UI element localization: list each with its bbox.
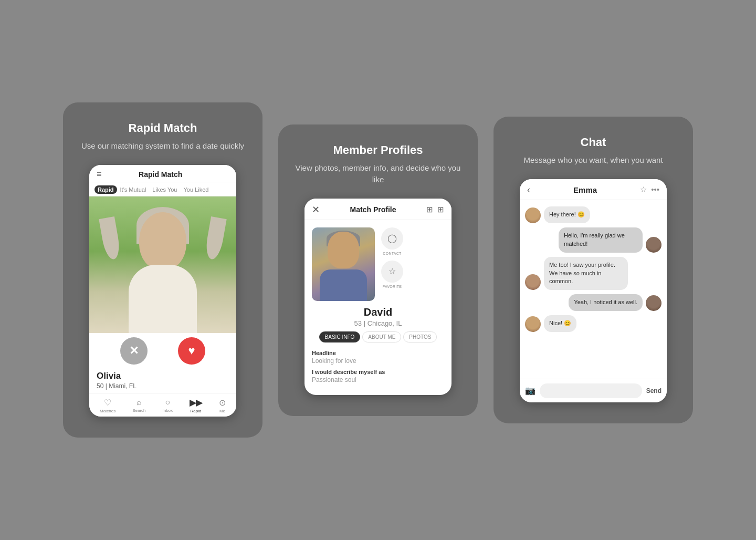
david-avatar-2	[646, 295, 662, 311]
contact-label: CONTACT	[383, 252, 401, 255]
card2-description: View photos, member info, and decide who…	[293, 162, 463, 186]
profile-icon2[interactable]: ⊞	[437, 205, 444, 214]
favorite-action[interactable]: ☆ FAVORITE	[381, 261, 403, 288]
chat-card: Chat Message who you want, when you want…	[494, 117, 693, 423]
nav-search[interactable]: ⌕ Search	[132, 398, 145, 413]
matches-icon: ♡	[104, 398, 111, 408]
woman-body	[129, 265, 197, 333]
profile-icon1[interactable]: ⊞	[426, 205, 433, 214]
match-photo-area	[89, 196, 236, 333]
nav-inbox[interactable]: ○ Inbox	[162, 398, 173, 413]
emma-avatar-2	[525, 274, 541, 290]
phone2-mockup: ✕ Match Profile ⊞ ⊞	[304, 199, 452, 395]
favorite-label: FAVORITE	[383, 285, 402, 288]
tab-mutual[interactable]: It's Mutual	[117, 185, 150, 194]
message-5: Nice! 😊	[525, 315, 662, 332]
menu-icon: ≡	[97, 170, 101, 179]
phone1-title: Rapid Match	[139, 170, 182, 179]
nav-me[interactable]: ⊙ Me	[219, 398, 226, 413]
member-profiles-card: Member Profiles View photos, member info…	[278, 124, 478, 416]
describe-value: Passionate soul	[312, 376, 444, 383]
emma-avatar-1	[525, 207, 541, 223]
more-icon[interactable]: •••	[651, 185, 659, 194]
david-avatar-1	[646, 237, 662, 253]
card3-description: Message who you want, when you want	[523, 154, 663, 167]
david-face	[328, 232, 359, 268]
emma-avatar-img-3	[525, 316, 541, 332]
woman-face	[139, 212, 186, 270]
page-container: Rapid Match Use our matching system to f…	[0, 0, 756, 540]
tab-you-liked[interactable]: You Liked	[180, 185, 212, 194]
phone2-fields: Headline Looking for love I would descri…	[304, 347, 452, 395]
phone2-name-section: David 53 | Chicago, IL	[304, 301, 452, 327]
nav-matches[interactable]: ♡ Matches	[100, 398, 116, 413]
bubble-1: Hey there! 😊	[544, 206, 590, 223]
favorite-icon: ☆	[388, 266, 396, 276]
profile-name: David	[312, 306, 444, 318]
bubble-4: Yeah, I noticed it as well.	[569, 294, 643, 311]
emma-avatar-img-2	[525, 274, 541, 290]
me-icon: ⊙	[219, 398, 226, 408]
card2-title: Member Profiles	[333, 143, 423, 157]
back-button[interactable]: ‹	[527, 184, 530, 195]
tab-basic-info[interactable]: BASIC INFO	[319, 331, 361, 342]
contact-action[interactable]: ◯ CONTACT	[381, 227, 403, 255]
nav-matches-label: Matches	[100, 409, 116, 413]
close-button[interactable]: ✕	[312, 204, 320, 215]
dislike-button[interactable]: ✕	[120, 337, 148, 365]
nav-rapid-label: Rapid	[191, 409, 202, 413]
match-name: Olivia	[97, 371, 229, 381]
nav-inbox-label: Inbox	[162, 408, 173, 413]
inbox-icon: ○	[165, 398, 170, 407]
phone1-bottom-nav: ♡ Matches ⌕ Search ○ Inbox ▶▶ Rapid ⊙	[89, 393, 236, 417]
bubble-5: Nice! 😊	[544, 315, 576, 332]
message-2: Hello, I'm really glad we matched!	[525, 227, 662, 253]
chat-contact-name: Emma	[573, 185, 597, 194]
chat-input[interactable]	[540, 383, 642, 398]
card1-description: Use our matching system to find a date q…	[81, 140, 244, 152]
tab-photos[interactable]: PHOTOS	[403, 331, 437, 342]
profile-age-location: 53 | Chicago, IL	[312, 319, 444, 327]
chat-input-bar: 📷 Send	[520, 379, 667, 402]
send-button[interactable]: Send	[646, 387, 662, 394]
camera-icon[interactable]: 📷	[525, 386, 536, 396]
bubble-3: Me too! I saw your profile. We have so m…	[544, 257, 628, 290]
describe-field: I would describe myself as Passionate so…	[312, 369, 444, 383]
bubble-2: Hello, I'm really glad we matched!	[559, 227, 643, 253]
nav-me-label: Me	[219, 409, 225, 413]
phone2-header: ✕ Match Profile ⊞ ⊞	[304, 199, 452, 220]
card3-title: Chat	[581, 136, 606, 149]
headline-value: Looking for love	[312, 357, 444, 365]
phone2-header-icons: ⊞ ⊞	[426, 205, 444, 214]
woman-hair-left	[99, 216, 121, 261]
like-button[interactable]: ♥	[178, 337, 205, 365]
contact-button[interactable]: ◯	[381, 227, 403, 250]
phone3-mockup: ‹ Emma ☆ ••• Hey there! 😊	[520, 179, 667, 402]
phone1-tabs: Rapid It's Mutual Likes You You Liked	[89, 182, 236, 196]
star-icon[interactable]: ☆	[640, 185, 647, 194]
contact-icon: ◯	[387, 233, 397, 243]
search-icon: ⌕	[136, 398, 142, 407]
message-4: Yeah, I noticed it as well.	[525, 294, 662, 311]
phone2-side-actions: ◯ CONTACT ☆ FAVORITE	[381, 227, 403, 301]
favorite-button[interactable]: ☆	[381, 261, 403, 283]
nav-rapid[interactable]: ▶▶ Rapid	[190, 398, 202, 413]
phone3-header-icons: ☆ •••	[640, 185, 659, 194]
message-3: Me too! I saw your profile. We have so m…	[525, 257, 662, 290]
phone3-header: ‹ Emma ☆ •••	[520, 179, 667, 200]
message-1: Hey there! 😊	[525, 206, 662, 223]
phone1-mockup: ≡ Rapid Match Rapid It's Mutual Likes Yo…	[89, 165, 236, 417]
tab-about-me[interactable]: ABOUT ME	[362, 331, 401, 342]
phone2-tabs: BASIC INFO ABOUT ME PHOTOS	[304, 327, 452, 347]
tab-likes-you[interactable]: Likes You	[149, 185, 180, 194]
tab-rapid[interactable]: Rapid	[94, 185, 117, 194]
phone2-title: Match Profile	[350, 205, 396, 214]
phone1-actions: ✕ ♥	[89, 333, 236, 369]
headline-field: Headline Looking for love	[312, 350, 444, 365]
david-photo	[312, 227, 375, 301]
emma-avatar-img	[525, 207, 541, 223]
phone2-profile-content: ◯ CONTACT ☆ FAVORITE	[304, 220, 452, 301]
match-age-location: 50 | Miami, FL	[97, 382, 229, 390]
david-avatar-img-2	[646, 295, 662, 311]
david-body	[320, 269, 367, 301]
